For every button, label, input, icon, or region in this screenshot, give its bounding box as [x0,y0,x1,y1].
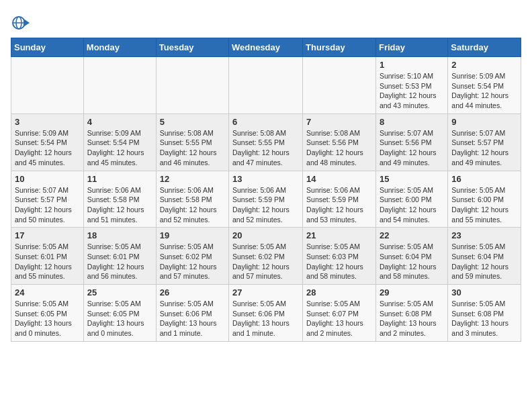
day-number: 2 [451,60,517,70]
calendar-cell: 20Sunrise: 5:05 AM Sunset: 6:02 PM Dayli… [229,228,303,285]
week-row-1: 1Sunrise: 5:10 AM Sunset: 5:53 PM Daylig… [11,57,521,114]
day-info: Sunrise: 5:09 AM Sunset: 5:54 PM Dayligh… [451,71,517,111]
calendar-cell: 25Sunrise: 5:05 AM Sunset: 6:05 PM Dayli… [83,285,156,342]
day-number: 25 [87,287,152,298]
calendar-cell: 30Sunrise: 5:05 AM Sunset: 6:08 PM Dayli… [448,285,521,342]
calendar-cell: 4Sunrise: 5:09 AM Sunset: 5:54 PM Daylig… [83,113,156,171]
week-row-4: 17Sunrise: 5:05 AM Sunset: 6:01 PM Dayli… [11,228,521,285]
day-info: Sunrise: 5:05 AM Sunset: 6:02 PM Dayligh… [160,242,225,281]
day-number: 13 [232,174,299,184]
week-row-3: 10Sunrise: 5:07 AM Sunset: 5:57 PM Dayli… [11,171,521,228]
day-number: 30 [451,287,517,298]
day-number: 5 [160,117,225,127]
day-info: Sunrise: 5:06 AM Sunset: 5:59 PM Dayligh… [306,185,372,225]
day-info: Sunrise: 5:06 AM Sunset: 5:58 PM Dayligh… [87,185,152,225]
day-info: Sunrise: 5:05 AM Sunset: 6:00 PM Dayligh… [451,185,517,225]
calendar-cell: 24Sunrise: 5:05 AM Sunset: 6:05 PM Dayli… [11,285,84,342]
day-info: Sunrise: 5:09 AM Sunset: 5:54 PM Dayligh… [15,128,80,168]
calendar-cell: 28Sunrise: 5:05 AM Sunset: 6:07 PM Dayli… [303,285,376,342]
calendar-cell: 16Sunrise: 5:05 AM Sunset: 6:00 PM Dayli… [448,171,521,228]
logo-icon [11,13,30,32]
calendar-cell [229,57,303,114]
calendar-cell: 12Sunrise: 5:06 AM Sunset: 5:58 PM Dayli… [156,171,228,228]
day-number: 15 [380,174,444,184]
day-info: Sunrise: 5:05 AM Sunset: 6:08 PM Dayligh… [451,299,517,338]
weekday-header-wednesday: Wednesday [229,38,303,57]
calendar-cell: 14Sunrise: 5:06 AM Sunset: 5:59 PM Dayli… [303,171,376,228]
calendar-cell [11,57,84,114]
calendar-cell: 5Sunrise: 5:08 AM Sunset: 5:55 PM Daylig… [156,113,228,171]
day-info: Sunrise: 5:05 AM Sunset: 6:06 PM Dayligh… [160,299,225,338]
calendar-cell: 8Sunrise: 5:07 AM Sunset: 5:56 PM Daylig… [375,113,447,171]
weekday-header-tuesday: Tuesday [156,38,228,57]
week-row-5: 24Sunrise: 5:05 AM Sunset: 6:05 PM Dayli… [11,285,521,342]
day-info: Sunrise: 5:10 AM Sunset: 5:53 PM Dayligh… [380,71,444,111]
day-number: 11 [87,174,152,184]
calendar-cell: 23Sunrise: 5:05 AM Sunset: 6:04 PM Dayli… [448,228,521,285]
day-info: Sunrise: 5:05 AM Sunset: 6:04 PM Dayligh… [451,242,517,281]
calendar-cell: 10Sunrise: 5:07 AM Sunset: 5:57 PM Dayli… [11,171,84,228]
weekday-header-friday: Friday [375,38,447,57]
calendar-cell: 29Sunrise: 5:05 AM Sunset: 6:08 PM Dayli… [375,285,447,342]
day-info: Sunrise: 5:05 AM Sunset: 6:07 PM Dayligh… [306,299,372,338]
day-info: Sunrise: 5:05 AM Sunset: 6:01 PM Dayligh… [87,242,152,281]
weekday-header-row: SundayMondayTuesdayWednesdayThursdayFrid… [11,38,521,57]
week-row-2: 3Sunrise: 5:09 AM Sunset: 5:54 PM Daylig… [11,113,521,171]
calendar-cell: 22Sunrise: 5:05 AM Sunset: 6:04 PM Dayli… [375,228,447,285]
calendar-cell: 18Sunrise: 5:05 AM Sunset: 6:01 PM Dayli… [83,228,156,285]
day-number: 7 [306,117,372,127]
day-number: 9 [451,117,517,127]
day-number: 8 [380,117,444,127]
day-info: Sunrise: 5:08 AM Sunset: 5:56 PM Dayligh… [306,128,372,168]
logo [11,13,32,32]
day-number: 28 [306,287,372,298]
day-info: Sunrise: 5:05 AM Sunset: 6:05 PM Dayligh… [87,299,152,338]
day-number: 21 [306,230,372,240]
day-number: 27 [232,287,299,298]
calendar-cell: 19Sunrise: 5:05 AM Sunset: 6:02 PM Dayli… [156,228,228,285]
day-info: Sunrise: 5:05 AM Sunset: 6:04 PM Dayligh… [380,242,444,281]
weekday-header-sunday: Sunday [11,38,84,57]
day-info: Sunrise: 5:09 AM Sunset: 5:54 PM Dayligh… [87,128,152,168]
day-number: 4 [87,117,152,127]
day-number: 20 [232,230,299,240]
calendar-cell: 1Sunrise: 5:10 AM Sunset: 5:53 PM Daylig… [375,57,447,114]
day-info: Sunrise: 5:08 AM Sunset: 5:55 PM Dayligh… [232,128,299,168]
day-info: Sunrise: 5:06 AM Sunset: 5:58 PM Dayligh… [160,185,225,225]
day-info: Sunrise: 5:05 AM Sunset: 6:01 PM Dayligh… [15,242,80,281]
weekday-header-thursday: Thursday [303,38,376,57]
day-number: 1 [380,60,444,70]
calendar-cell: 21Sunrise: 5:05 AM Sunset: 6:03 PM Dayli… [303,228,376,285]
day-number: 22 [380,230,444,240]
calendar-cell: 15Sunrise: 5:05 AM Sunset: 6:00 PM Dayli… [375,171,447,228]
day-info: Sunrise: 5:05 AM Sunset: 6:00 PM Dayligh… [380,185,444,225]
day-number: 19 [160,230,225,240]
calendar-cell [156,57,228,114]
calendar-cell: 6Sunrise: 5:08 AM Sunset: 5:55 PM Daylig… [229,113,303,171]
calendar: SundayMondayTuesdayWednesdayThursdayFrid… [11,38,521,342]
day-number: 29 [380,287,444,298]
day-info: Sunrise: 5:05 AM Sunset: 6:02 PM Dayligh… [232,242,299,281]
calendar-cell: 2Sunrise: 5:09 AM Sunset: 5:54 PM Daylig… [448,57,521,114]
day-info: Sunrise: 5:08 AM Sunset: 5:55 PM Dayligh… [160,128,225,168]
day-info: Sunrise: 5:05 AM Sunset: 6:06 PM Dayligh… [232,299,299,338]
calendar-cell: 13Sunrise: 5:06 AM Sunset: 5:59 PM Dayli… [229,171,303,228]
day-number: 26 [160,287,225,298]
day-info: Sunrise: 5:07 AM Sunset: 5:57 PM Dayligh… [15,185,80,225]
day-number: 14 [306,174,372,184]
calendar-cell: 17Sunrise: 5:05 AM Sunset: 6:01 PM Dayli… [11,228,84,285]
day-info: Sunrise: 5:05 AM Sunset: 6:05 PM Dayligh… [15,299,80,338]
calendar-cell [303,57,376,114]
calendar-cell: 11Sunrise: 5:06 AM Sunset: 5:58 PM Dayli… [83,171,156,228]
calendar-cell [83,57,156,114]
calendar-cell: 26Sunrise: 5:05 AM Sunset: 6:06 PM Dayli… [156,285,228,342]
day-number: 3 [15,117,80,127]
day-info: Sunrise: 5:06 AM Sunset: 5:59 PM Dayligh… [232,185,299,225]
calendar-cell: 3Sunrise: 5:09 AM Sunset: 5:54 PM Daylig… [11,113,84,171]
weekday-header-monday: Monday [83,38,156,57]
day-number: 6 [232,117,299,127]
day-info: Sunrise: 5:07 AM Sunset: 5:56 PM Dayligh… [380,128,444,168]
day-number: 16 [451,174,517,184]
weekday-header-saturday: Saturday [448,38,521,57]
calendar-cell: 27Sunrise: 5:05 AM Sunset: 6:06 PM Dayli… [229,285,303,342]
